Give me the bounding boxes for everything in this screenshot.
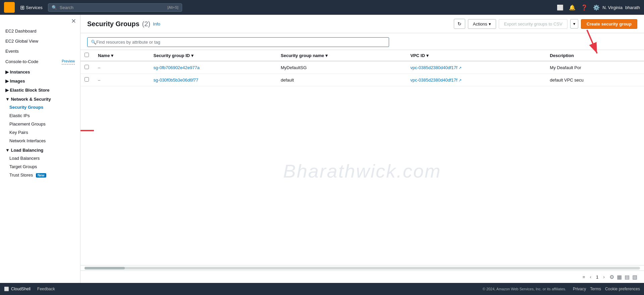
main-layout: ✕ EC2 Dashboard EC2 Global View Events C… (0, 15, 644, 283)
sidebar-item-network-interfaces[interactable]: Network Interfaces (0, 137, 80, 145)
settings-icon[interactable]: ⚙️ (593, 4, 600, 11)
security-group-name-column-header[interactable]: Security group name ▾ (277, 50, 406, 61)
sidebar: ✕ EC2 Dashboard EC2 Global View Events C… (0, 15, 80, 283)
resource-search-input[interactable] (96, 40, 385, 45)
search-box[interactable]: 🔍 (87, 37, 389, 47)
terminal-icon[interactable]: ⬜ (557, 4, 564, 11)
svg-point-0 (9, 6, 10, 8)
sidebar-section-images[interactable]: ▶ Images (0, 76, 80, 85)
sidebar-item-label: Security Groups (9, 105, 43, 110)
page-count: (2) (142, 20, 150, 28)
table-header-row: Name ▾ Security group ID ▾ (80, 50, 644, 61)
scrollbar-thumb (85, 267, 125, 269)
bottom-bar: ⬜ CloudShell Feedback © 2024, Amazon Web… (0, 283, 644, 295)
page-header: Security Groups (2) Info ↻ Actions ▾ Exp… (80, 15, 644, 33)
cloudshell-button[interactable]: ⬜ CloudShell (4, 287, 31, 291)
search-bar[interactable]: 🔍 [Alt+S] (48, 3, 182, 12)
next-page-button[interactable]: › (601, 274, 607, 280)
name-column-header[interactable]: Name ▾ (94, 50, 150, 61)
vpc-id-link[interactable]: vpc-0385d2380d40df17f ↗ (410, 78, 462, 83)
external-link-icon: ↗ (459, 78, 462, 82)
horizontal-scrollbar[interactable] (80, 265, 644, 271)
services-menu[interactable]: ⊞ Services (17, 3, 45, 12)
sidebar-item-label: Console-to-Code (5, 59, 38, 65)
sidebar-item-label: Target Groups (9, 164, 37, 169)
sidebar-section-instances[interactable]: ▶ Instances (0, 67, 80, 76)
create-security-group-button[interactable]: Create security group (581, 19, 637, 29)
sidebar-item-trust-stores[interactable]: Trust Stores New (0, 171, 80, 179)
table-settings-icon[interactable]: ⚙ (609, 274, 614, 280)
new-badge: New (36, 173, 46, 178)
sidebar-item-ec2-global-view[interactable]: EC2 Global View (0, 36, 80, 46)
security-group-id-column-header[interactable]: Security group ID ▾ (150, 50, 277, 61)
row-checkbox-1[interactable] (85, 77, 89, 82)
terminal-icon: ⬜ (4, 287, 9, 291)
view-toggle-3[interactable]: ▧ (632, 274, 637, 280)
info-link[interactable]: Info (153, 21, 160, 27)
pagination-row: ≡ ‹ 1 › ⚙ ▦ ▤ ▧ (80, 271, 644, 283)
sg-id-sort-icon: ▾ (191, 53, 194, 58)
export-label: Export security groups to CSV (504, 21, 562, 27)
content-body: Name ▾ Security group ID ▾ (80, 50, 644, 283)
page-title: Security Groups (87, 20, 140, 28)
section-label: ▼ Load Balancing (5, 148, 43, 153)
privacy-link[interactable]: Privacy (573, 287, 586, 291)
sidebar-item-label: Network Interfaces (9, 138, 46, 143)
row-checkbox-0[interactable] (85, 65, 89, 69)
vpc-id-link[interactable]: vpc-0385d2380d40df17f ↗ (410, 65, 462, 70)
vpc-id-column-header[interactable]: VPC ID ▾ (406, 50, 546, 61)
sg-name-sort-icon: ▾ (325, 53, 328, 58)
description-cell: default VPC secu (546, 74, 644, 86)
sidebar-item-label: Trust Stores (9, 173, 34, 178)
services-label: Services (26, 5, 43, 10)
header-actions: ↻ Actions ▾ Export security groups to CS… (454, 19, 637, 29)
terms-link[interactable]: Terms (590, 287, 601, 291)
sidebar-section-load-balancing[interactable]: ▼ Load Balancing (0, 145, 80, 154)
sidebar-close-button[interactable]: ✕ (71, 17, 76, 25)
sidebar-item-console-to-code[interactable]: Console-to-Code Preview (0, 57, 80, 67)
user-menu[interactable]: bharath (625, 5, 640, 10)
sidebar-item-load-balancers[interactable]: Load Balancers (0, 154, 80, 162)
actions-button[interactable]: Actions ▾ (468, 19, 496, 29)
security-group-id-link[interactable]: sg-0fb706902e42e977a (154, 65, 200, 70)
main-content: Security Groups (2) Info ↻ Actions ▾ Exp… (80, 15, 644, 283)
security-group-id-link[interactable]: sg-030f0b5b3e06d6f77 (154, 78, 199, 83)
name-sort-icon: ▾ (111, 53, 113, 58)
feedback-link[interactable]: Feedback (37, 287, 55, 291)
refresh-button[interactable]: ↻ (454, 19, 465, 29)
current-page: 1 (596, 275, 598, 280)
security-groups-table: Name ▾ Security group ID ▾ (80, 50, 644, 265)
view-toggle-1[interactable]: ▦ (617, 274, 622, 280)
cookie-preferences-link[interactable]: Cookie preferences (605, 287, 640, 291)
page-title-row: Security Groups (2) Info (87, 20, 450, 28)
vpc-id-cell: vpc-0385d2380d40df17f ↗ (406, 61, 546, 74)
preview-badge: Preview (62, 59, 75, 64)
section-label: ▼ Network & Security (5, 97, 51, 102)
help-icon[interactable]: ❓ (581, 4, 588, 11)
sidebar-item-elastic-ips[interactable]: Elastic IPs (0, 111, 80, 120)
table-row: – sg-0fb706902e42e977a MyDefaultSG vpc-0… (80, 61, 644, 74)
prev-page-button[interactable]: ‹ (588, 274, 593, 280)
export-button[interactable]: Export security groups to CSV (499, 19, 567, 29)
region-selector[interactable]: N. Virginia (602, 5, 623, 10)
actions-label: Actions (473, 21, 487, 27)
export-dropdown-button[interactable]: ▾ (570, 19, 578, 29)
sidebar-section-network-security[interactable]: ▼ Network & Security (0, 94, 80, 103)
sidebar-item-target-groups[interactable]: Target Groups (0, 162, 80, 171)
sidebar-item-events[interactable]: Events (0, 46, 80, 56)
sidebar-item-label: Placement Groups (9, 121, 46, 127)
security-group-id-cell: sg-030f0b5b3e06d6f77 (150, 74, 277, 86)
sidebar-item-placement-groups[interactable]: Placement Groups (0, 120, 80, 128)
select-all-checkbox[interactable] (85, 53, 89, 57)
sidebar-item-ec2-dashboard[interactable]: EC2 Dashboard (0, 26, 80, 36)
sidebar-item-label: Elastic IPs (9, 113, 30, 118)
sidebar-item-key-pairs[interactable]: Key Pairs (0, 128, 80, 137)
view-toggle-2[interactable]: ▤ (625, 274, 630, 280)
search-icon: 🔍 (52, 5, 57, 10)
cloudshell-label: CloudShell (11, 287, 31, 291)
bell-icon[interactable]: 🔔 (569, 4, 576, 11)
sidebar-section-elastic-block-store[interactable]: ▶ Elastic Block Store (0, 85, 80, 94)
search-input[interactable] (60, 5, 165, 10)
aws-logo (4, 2, 15, 13)
sidebar-item-security-groups[interactable]: Security Groups (0, 103, 80, 111)
